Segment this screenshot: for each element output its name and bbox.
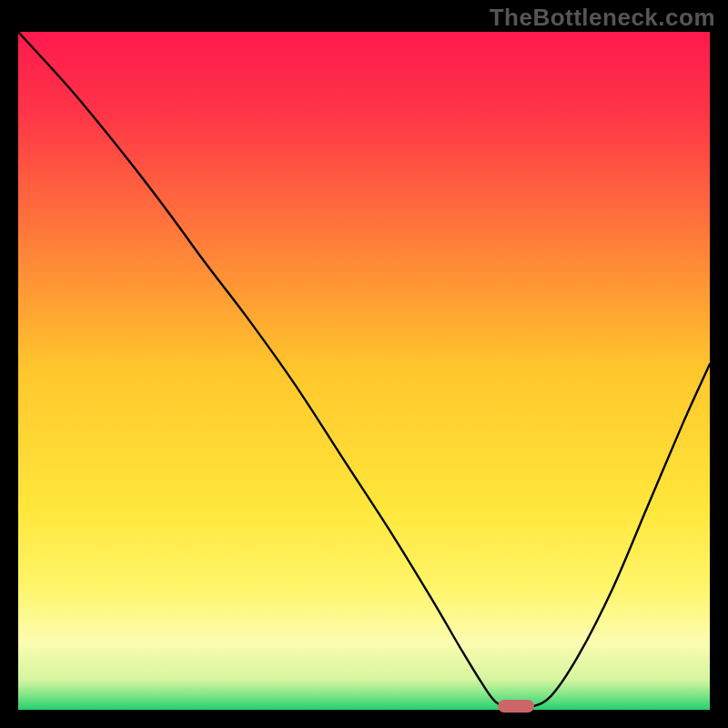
- plot-svg: [18, 32, 710, 710]
- plot-area: [18, 32, 710, 710]
- gradient-background: [18, 32, 710, 710]
- optimal-marker: [498, 700, 534, 713]
- chart-frame: TheBottleneck.com: [0, 0, 728, 728]
- watermark-text: TheBottleneck.com: [490, 4, 715, 32]
